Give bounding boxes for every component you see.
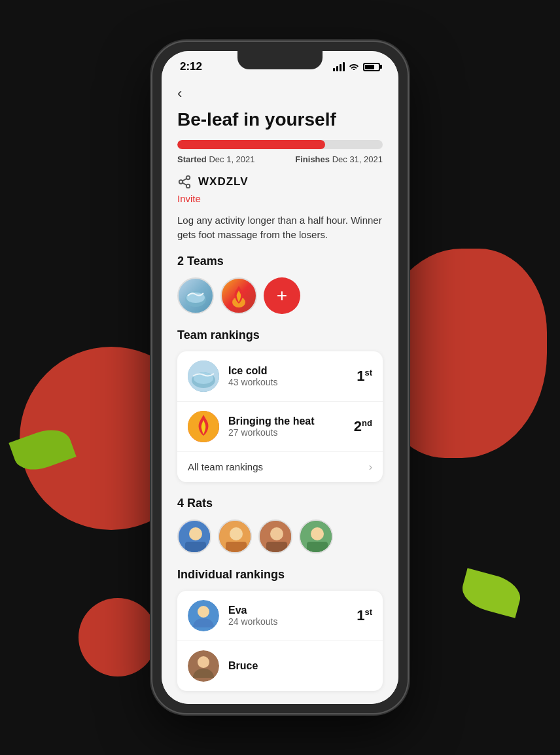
phone-screen: 2:12 bbox=[162, 51, 398, 704]
all-rankings-row[interactable]: All team rankings › bbox=[177, 452, 383, 482]
teams-section-title: 2 Teams bbox=[177, 255, 383, 268]
progress-bar-container bbox=[177, 140, 383, 149]
individual-rank-workouts-eva: 24 workouts bbox=[228, 616, 357, 627]
teams-avatars: + bbox=[177, 277, 383, 314]
team-rank-info-2: Bringing the heat 27 workouts bbox=[228, 415, 354, 438]
individual-rank-position-eva: 1st bbox=[357, 607, 372, 624]
start-date: Started Dec 1, 2021 bbox=[177, 154, 255, 164]
rat-avatar-4[interactable] bbox=[299, 519, 333, 553]
notch bbox=[237, 51, 323, 69]
svg-point-22 bbox=[311, 527, 324, 540]
individual-rank-name-bruce: Bruce bbox=[228, 660, 372, 672]
share-icon bbox=[177, 175, 192, 189]
individual-rank-info-eva: Eva 24 workouts bbox=[228, 605, 357, 627]
team-rank-position-1: 1st bbox=[357, 368, 372, 385]
rat-avatar-2[interactable] bbox=[218, 519, 252, 553]
individual-rank-info-bruce: Bruce bbox=[228, 660, 372, 672]
svg-point-16 bbox=[230, 527, 243, 540]
individual-avatar-bruce bbox=[188, 650, 219, 682]
svg-point-2 bbox=[186, 184, 190, 188]
team-rank-workouts-1: 43 workouts bbox=[228, 377, 357, 387]
team-rank-workouts-2: 27 workouts bbox=[228, 427, 354, 438]
phone-shell: 2:12 bbox=[152, 42, 408, 713]
svg-point-13 bbox=[189, 527, 202, 540]
status-time: 2:12 bbox=[180, 60, 202, 73]
team-rank-name-1: Ice cold bbox=[228, 365, 357, 377]
all-rankings-label: All team rankings bbox=[188, 461, 263, 472]
battery-icon bbox=[363, 63, 380, 71]
rats-section-title: 4 Rats bbox=[177, 497, 383, 510]
rat-avatar-1[interactable] bbox=[177, 519, 211, 553]
chevron-right-icon: › bbox=[369, 461, 372, 473]
svg-point-19 bbox=[270, 527, 283, 540]
svg-point-1 bbox=[179, 180, 183, 184]
team-avatar-fire[interactable] bbox=[220, 277, 257, 314]
progress-bar-fill bbox=[177, 140, 325, 149]
svg-line-3 bbox=[183, 183, 186, 185]
team-rankings-title: Team rankings bbox=[177, 328, 383, 342]
invite-code-row: WXDZLV bbox=[177, 175, 383, 189]
svg-rect-17 bbox=[226, 542, 247, 553]
team-rank-avatar-ice bbox=[188, 360, 219, 392]
invite-link[interactable]: Invite bbox=[177, 193, 383, 204]
challenge-title: Be-leaf in yourself bbox=[177, 109, 383, 131]
add-team-button[interactable]: + bbox=[264, 277, 300, 314]
date-row: Started Dec 1, 2021 Finishes Dec 31, 202… bbox=[177, 154, 383, 164]
svg-line-4 bbox=[183, 179, 186, 181]
challenge-description: Log any activity longer than a half hour… bbox=[177, 213, 383, 243]
individual-avatar-eva bbox=[188, 600, 219, 631]
team-rankings-card: Ice cold 43 workouts 1st bbox=[177, 351, 383, 482]
end-date: Finishes Dec 31, 2021 bbox=[295, 154, 383, 164]
individual-ranking-item-1[interactable]: Eva 24 workouts 1st bbox=[177, 591, 383, 641]
rats-avatars bbox=[177, 519, 383, 553]
individual-rank-name-eva: Eva bbox=[228, 605, 357, 616]
bg-decoration-bottom bbox=[79, 598, 157, 676]
main-content: ‹ Be-leaf in yourself Started Dec 1, 202… bbox=[162, 79, 398, 704]
signal-icon bbox=[333, 62, 345, 71]
svg-point-27 bbox=[198, 656, 209, 668]
team-rank-name-2: Bringing the heat bbox=[228, 415, 354, 427]
team-rank-avatar-fire bbox=[188, 411, 219, 442]
svg-point-0 bbox=[186, 176, 190, 180]
leaf-right bbox=[458, 568, 524, 618]
back-button[interactable]: ‹ bbox=[177, 85, 182, 102]
status-icons bbox=[333, 61, 380, 72]
individual-rankings-card: Eva 24 workouts 1st bbox=[177, 591, 383, 691]
svg-rect-20 bbox=[266, 542, 287, 553]
individual-rankings-title: Individual rankings bbox=[177, 568, 383, 582]
individual-ranking-item-2[interactable]: Bruce bbox=[177, 641, 383, 691]
svg-rect-23 bbox=[307, 542, 328, 553]
status-bar: 2:12 bbox=[162, 51, 398, 79]
rat-avatar-3[interactable] bbox=[258, 519, 292, 553]
scene: 2:12 bbox=[0, 0, 560, 755]
team-rank-info-1: Ice cold 43 workouts bbox=[228, 365, 357, 387]
wifi-icon bbox=[349, 61, 359, 72]
svg-point-25 bbox=[198, 606, 209, 618]
team-avatar-ice[interactable] bbox=[177, 277, 214, 314]
team-ranking-item[interactable]: Ice cold 43 workouts 1st bbox=[177, 351, 383, 402]
invite-code: WXDZLV bbox=[198, 175, 249, 188]
team-ranking-item-2[interactable]: Bringing the heat 27 workouts 2nd bbox=[177, 402, 383, 452]
svg-rect-14 bbox=[185, 542, 206, 553]
team-rank-position-2: 2nd bbox=[354, 418, 372, 435]
